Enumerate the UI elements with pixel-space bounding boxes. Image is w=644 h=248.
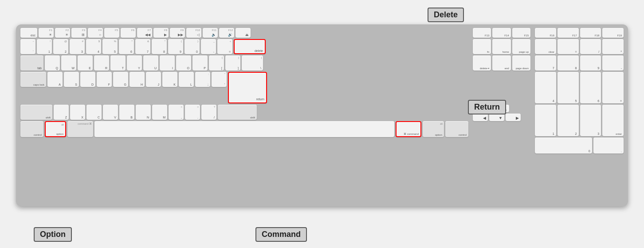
key-f7[interactable]: F7◀◀ <box>137 28 152 38</box>
key-rbracket[interactable]: }] <box>225 55 240 71</box>
key-f[interactable]: F <box>97 72 112 87</box>
key-equals[interactable]: += <box>217 39 232 54</box>
key-numpad-clear[interactable]: clear <box>535 39 556 54</box>
key-numpad-multiply[interactable]: * <box>602 39 624 54</box>
key-numpad-equals[interactable]: = <box>558 39 579 54</box>
key-tab[interactable]: tab <box>20 55 43 71</box>
key-numpad-4[interactable]: 4 <box>535 72 556 103</box>
key-f11[interactable]: F11🔈 <box>203 28 218 38</box>
key-m[interactable]: M <box>152 105 167 120</box>
key-pageup[interactable]: page up <box>512 39 530 54</box>
key-option-left[interactable]: alt option <box>45 121 66 137</box>
key-x[interactable]: X <box>70 105 85 120</box>
key-shift-right[interactable]: shift <box>218 105 257 120</box>
key-arrow-left[interactable]: ◀ <box>473 114 488 121</box>
key-arrow-right[interactable]: ▶ <box>506 114 521 121</box>
key-pagedown[interactable]: page down <box>512 55 530 71</box>
key-c[interactable]: C <box>86 105 102 120</box>
key-f19[interactable]: F19 <box>602 28 624 38</box>
key-9[interactable]: (9 <box>168 39 183 54</box>
key-j[interactable]: J <box>146 72 161 87</box>
key-esc[interactable]: esc <box>20 28 37 38</box>
key-control-right[interactable]: control <box>445 121 468 137</box>
key-fn[interactable]: fn <box>473 39 491 54</box>
key-numpad-plus[interactable]: + <box>602 72 624 103</box>
key-backslash[interactable]: |\ <box>242 55 263 71</box>
key-f2[interactable]: F2☀ <box>55 28 70 38</box>
key-return[interactable]: return <box>228 72 267 103</box>
key-o[interactable]: O <box>176 55 191 71</box>
key-0[interactable]: )0 <box>185 39 200 54</box>
key-f9[interactable]: F9▶▶ <box>170 28 185 38</box>
key-w[interactable]: W <box>61 55 76 71</box>
key-backtick[interactable]: ~` <box>20 39 35 54</box>
key-h[interactable]: H <box>130 72 145 87</box>
key-eject[interactable]: ⏏ <box>236 28 251 38</box>
key-lbracket[interactable]: {[ <box>209 55 224 71</box>
key-space[interactable] <box>94 121 394 137</box>
key-minus[interactable]: _- <box>201 39 216 54</box>
key-shift-left[interactable]: shift <box>20 105 52 120</box>
key-numpad-1[interactable]: 1 <box>535 105 556 136</box>
key-8[interactable]: *8 <box>152 39 167 54</box>
key-3[interactable]: #3 <box>70 39 85 54</box>
key-forward-delete[interactable]: delete⇥ <box>473 55 491 71</box>
key-end[interactable]: end <box>492 55 510 71</box>
key-5[interactable]: %5 <box>102 39 118 54</box>
key-1[interactable]: !1 <box>37 39 52 54</box>
key-f3[interactable]: F3⊞ <box>71 28 86 38</box>
key-f4[interactable]: F4○ <box>88 28 103 38</box>
key-2[interactable]: @2 <box>53 39 68 54</box>
key-semicolon[interactable]: :; <box>195 72 210 87</box>
key-numpad-divide[interactable]: / <box>580 39 601 54</box>
key-e[interactable]: E <box>78 55 93 71</box>
key-numpad-2[interactable]: 2 <box>558 105 579 136</box>
key-r[interactable]: R <box>94 55 109 71</box>
key-f14[interactable]: F14 <box>492 28 510 38</box>
key-command-left[interactable]: command ⌘ <box>67 121 93 137</box>
key-y[interactable]: Y <box>127 55 142 71</box>
key-f16[interactable]: F16 <box>535 28 556 38</box>
key-g[interactable]: G <box>113 72 128 87</box>
key-f15[interactable]: F15 <box>512 28 530 38</box>
key-comma[interactable]: <, <box>169 105 184 120</box>
key-control-left[interactable]: control <box>20 121 43 137</box>
key-u[interactable]: U <box>143 55 158 71</box>
key-option-right[interactable]: alt option <box>423 121 444 137</box>
key-f10[interactable]: F10◁ <box>186 28 201 38</box>
key-numpad-9[interactable]: 9 <box>580 55 601 71</box>
key-f17[interactable]: F17 <box>558 28 579 38</box>
key-period[interactable]: >. <box>185 105 200 120</box>
key-s[interactable]: S <box>64 72 79 87</box>
key-b[interactable]: B <box>119 105 134 120</box>
key-arrow-down[interactable]: ▼ <box>489 114 504 121</box>
key-f1[interactable]: F1☀ <box>39 28 54 38</box>
key-f5[interactable]: F5 <box>104 28 119 38</box>
key-numpad-3[interactable]: 3 <box>580 105 601 136</box>
key-n[interactable]: N <box>136 105 151 120</box>
key-f13[interactable]: F13 <box>473 28 491 38</box>
key-numpad-enter[interactable]: enter <box>602 105 624 136</box>
key-d[interactable]: D <box>80 72 95 87</box>
key-z[interactable]: Z <box>54 105 69 120</box>
key-v[interactable]: V <box>103 105 118 120</box>
key-f6[interactable]: F6 <box>121 28 136 38</box>
key-numpad-7[interactable]: 7 <box>535 55 556 71</box>
key-a[interactable]: A <box>47 72 63 87</box>
key-l[interactable]: L <box>179 72 194 87</box>
key-7[interactable]: &7 <box>135 39 150 54</box>
key-capslock[interactable]: caps lock <box>20 72 46 87</box>
key-numpad-period[interactable]: . <box>593 138 624 154</box>
key-k[interactable]: K <box>162 72 177 87</box>
key-slash[interactable]: ?/ <box>201 105 216 120</box>
key-t[interactable]: T <box>110 55 126 71</box>
key-command-right[interactable]: ⌘ command <box>396 121 421 137</box>
key-numpad-minus[interactable]: - <box>602 55 624 71</box>
key-home[interactable]: home <box>492 39 510 54</box>
key-4[interactable]: $4 <box>86 39 101 54</box>
key-numpad-6[interactable]: 6 <box>580 72 601 103</box>
key-numpad-0[interactable]: 0 <box>535 138 592 154</box>
key-f18[interactable]: F18 <box>580 28 601 38</box>
key-i[interactable]: I <box>160 55 175 71</box>
key-6[interactable]: ^6 <box>119 39 134 54</box>
